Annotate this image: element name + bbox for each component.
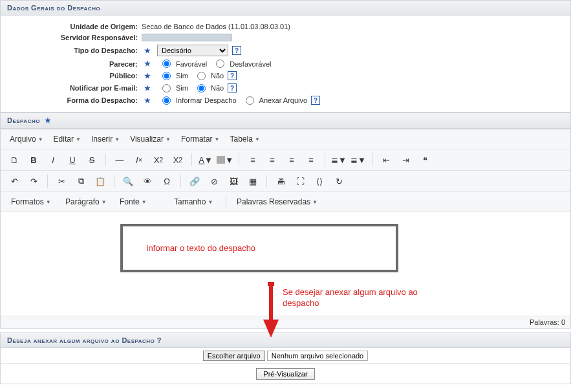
label-publico: Público: (6, 72, 142, 80)
clear-format-icon[interactable]: I× (131, 152, 147, 168)
menu-editar[interactable]: Editar ▼ (50, 132, 85, 146)
help-icon[interactable]: ? (232, 46, 241, 55)
dropdown-paragrafo[interactable]: Parágrafo ▼ (60, 195, 112, 209)
new-document-icon[interactable]: 🗋 (6, 152, 23, 168)
file-chooser-row: Escolher arquivo Nenhum arquivo selecion… (0, 348, 571, 364)
align-center-icon[interactable]: ≡ (264, 152, 281, 168)
section-header-dados-gerais: Dados Gerais do Despacho (0, 0, 571, 16)
file-name-display: Nenhum arquivo selecionado (267, 351, 368, 361)
word-count-value: 0 (561, 318, 565, 326)
dropdown-formatos[interactable]: Formatos ▼ (6, 195, 58, 209)
annotation-box: Informar o texto do despacho (120, 224, 398, 272)
strikethrough-icon[interactable]: S (83, 152, 100, 168)
editor-toolbar-2: ↶ ↷ ✂ ⧉ 📋 🔍 👁 Ω 🔗 ⊘ 🖼 ▦ 🖶 ⛶ ⟨⟩ ↻ (1, 171, 570, 192)
editor-toolbar-1: 🗋 B I U S ― I× X2 X2 A ▼ ▼ ≡ ≡ ≡ ≡ ≣ ▼ ≣… (1, 149, 570, 171)
bg-color-icon[interactable]: ▼ (217, 152, 233, 168)
find-icon[interactable]: 🔍 (120, 173, 136, 189)
preview-icon[interactable]: 👁 (139, 173, 156, 189)
editor-menubar: Arquivo ▼ Editar ▼ Inserir ▼ Visualizar … (1, 129, 570, 149)
image-icon[interactable]: 🖼 (225, 173, 242, 189)
align-right-icon[interactable]: ≡ (283, 152, 300, 168)
italic-icon[interactable]: I (45, 152, 61, 168)
radio-label-nao: Não (211, 84, 224, 92)
arrow-icon (262, 282, 280, 340)
label-servidor: Servidor Responsável: (6, 34, 142, 41)
fullscreen-icon[interactable]: ⛶ (292, 173, 308, 189)
number-list-icon[interactable]: ≣ ▼ (350, 152, 367, 168)
paste-icon[interactable]: 📋 (92, 173, 109, 189)
superscript-icon[interactable]: X2 (169, 152, 186, 168)
undo-icon[interactable]: ↶ (6, 173, 23, 189)
cut-icon[interactable]: ✂ (53, 173, 70, 189)
dropdown-fonte[interactable]: Fonte ▼ (114, 195, 166, 209)
radio-informar[interactable] (162, 96, 171, 105)
text-color-icon[interactable]: A ▼ (197, 152, 214, 168)
dropdown-tamanho[interactable]: Tamanho ▼ (169, 195, 221, 209)
bold-icon[interactable]: B (25, 152, 42, 168)
radio-label-favoravel: Favorável (176, 60, 207, 68)
bullet-list-icon[interactable]: ≣ ▼ (330, 152, 347, 168)
required-star: ★ (144, 60, 151, 68)
radio-label-sim: Sim (176, 84, 188, 92)
label-notificar: Notificar por E-mail: (6, 84, 142, 92)
annotation-text-1: Informar o texto do despacho (146, 243, 255, 253)
select-tipo-despacho[interactable]: Decisório (157, 45, 228, 56)
svg-marker-1 (263, 320, 279, 338)
annotation-text-2: Se desejar anexar algum arquivo ao despa… (283, 287, 451, 309)
editor-content-area[interactable]: Informar o texto do despacho Se desejar … (1, 212, 570, 316)
dropdown-palavras-reservadas[interactable]: Palavras Reservadas ▼ (232, 195, 323, 209)
label-forma: Forma do Despacho: (6, 96, 142, 104)
hr-icon[interactable]: ― (111, 152, 128, 168)
link-icon[interactable]: 🔗 (186, 173, 203, 189)
value-unidade: Secao de Banco de Dados (11.01.03.08.03.… (142, 23, 290, 30)
menu-formatar[interactable]: Formatar ▼ (177, 132, 224, 146)
radio-label-sim: Sim (176, 72, 188, 80)
help-icon[interactable]: ? (228, 83, 237, 93)
align-justify-icon[interactable]: ≡ (303, 152, 319, 168)
radio-notificar-sim[interactable] (162, 84, 171, 93)
menu-visualizar[interactable]: Visualizar ▼ (126, 132, 175, 146)
unlink-icon[interactable]: ⊘ (206, 173, 222, 189)
editor-formatbar: Formatos ▼ Parágrafo ▼ Fonte ▼ Tamanho ▼… (1, 192, 570, 212)
word-count-label: Palavras: (530, 318, 559, 326)
radio-publico-nao[interactable] (197, 72, 206, 80)
menu-arquivo[interactable]: Arquivo ▼ (6, 132, 47, 146)
outdent-icon[interactable]: ⇤ (378, 152, 394, 168)
label-unidade: Unidade de Origem: (6, 23, 142, 30)
table-icon[interactable]: ▦ (244, 173, 261, 189)
blockquote-icon[interactable]: ❝ (416, 152, 433, 168)
copy-icon[interactable]: ⧉ (72, 173, 89, 189)
print-icon[interactable]: 🖶 (272, 173, 289, 189)
editor-statusbar: Palavras: 0 (1, 316, 570, 328)
value-servidor-redacted (142, 34, 232, 41)
radio-desfavoravel[interactable] (216, 60, 224, 68)
radio-favoravel[interactable] (162, 60, 171, 68)
help-icon[interactable]: ? (228, 71, 237, 80)
special-char-icon[interactable]: Ω (158, 173, 175, 189)
subscript-icon[interactable]: X2 (150, 152, 167, 168)
radio-label-anexar: Anexar Arquivo (259, 96, 308, 104)
required-star: ★ (144, 72, 151, 80)
align-left-icon[interactable]: ≡ (244, 152, 261, 168)
underline-icon[interactable]: U (64, 152, 81, 168)
section-header-anexar: Deseja anexar algum arquivo ao Despacho … (0, 332, 571, 348)
required-star: ★ (144, 84, 151, 93)
radio-publico-sim[interactable] (162, 72, 171, 80)
menu-tabela[interactable]: Tabela ▼ (226, 132, 264, 146)
restore-icon[interactable]: ↻ (330, 173, 347, 189)
pre-visualizar-button[interactable]: Pré-Visualizar (256, 368, 314, 380)
indent-icon[interactable]: ⇥ (397, 152, 414, 168)
redo-icon[interactable]: ↷ (25, 173, 42, 189)
menu-inserir[interactable]: Inserir ▼ (87, 132, 124, 146)
label-tipo: Tipo do Despacho: (6, 47, 142, 54)
radio-notificar-nao[interactable] (197, 84, 206, 93)
help-icon[interactable]: ? (311, 96, 320, 105)
svg-rect-2 (268, 282, 274, 286)
nav-button-row: << Voltar Cancelar Continuar >> (0, 388, 571, 392)
required-star: ★ (144, 47, 151, 55)
radio-label-informar: Informar Despacho (176, 96, 237, 104)
choose-file-button[interactable]: Escolher arquivo (203, 351, 265, 361)
section-body-dados-gerais: Unidade de Origem: Secao de Banco de Dad… (0, 16, 571, 113)
code-icon[interactable]: ⟨⟩ (311, 173, 328, 189)
radio-anexar[interactable] (246, 96, 254, 105)
